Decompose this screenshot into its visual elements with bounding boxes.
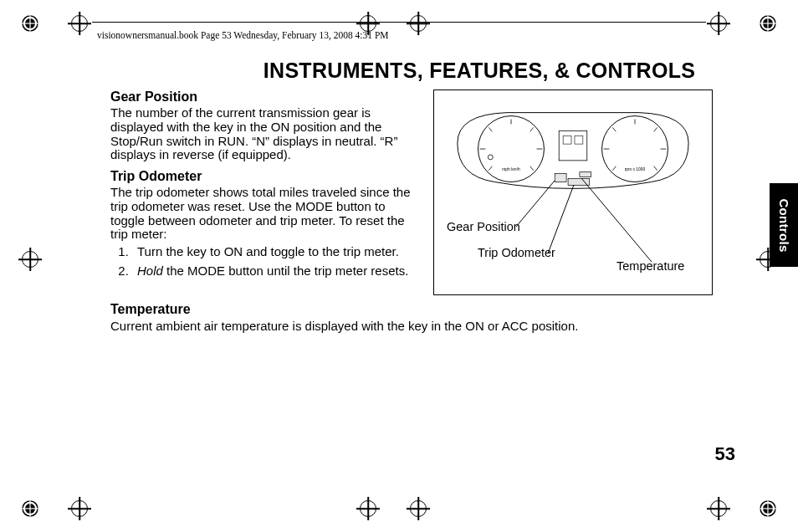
callout-trip-odometer: Trip Odometer: [478, 246, 555, 259]
body-gear-position: The number of the current transmission g…: [110, 106, 420, 162]
svg-line-30: [612, 166, 616, 171]
step-2-emphasis: Hold: [137, 263, 163, 278]
section-tab-label: Controls: [777, 198, 791, 252]
heading-gear-position: Gear Position: [110, 90, 420, 105]
svg-text:rpm x 1000: rpm x 1000: [625, 167, 646, 171]
registration-mark-icon: [710, 15, 727, 32]
page-title: INSTRUMENTS, FEATURES, & CONTROLS: [211, 59, 748, 83]
callout-temperature: Temperature: [616, 259, 684, 273]
heading-temperature: Temperature: [110, 302, 748, 317]
instrument-cluster-figure: mph km/h rpm x 1000: [433, 90, 713, 295]
instrument-cluster-illustration: mph km/h rpm x 1000: [449, 105, 697, 197]
svg-line-28: [612, 127, 616, 131]
step-2: Hold the MODE button until the trip mete…: [132, 264, 420, 279]
registration-mark-icon: [360, 15, 376, 32]
registration-mark-icon: [71, 500, 88, 517]
svg-point-16: [478, 116, 545, 182]
crop-mark-icon: [22, 15, 38, 32]
svg-rect-35: [559, 130, 587, 161]
intro-trip-odometer: The trip odometer shows total miles trav…: [110, 186, 420, 242]
step-2-rest: the MODE button until the trip meter res…: [166, 263, 408, 278]
body-temperature: Current ambient air temperature is displ…: [110, 319, 748, 333]
crop-mark-icon: [760, 15, 776, 32]
svg-line-21: [530, 127, 534, 131]
svg-point-26: [602, 116, 668, 182]
crop-mark-icon: [22, 500, 38, 517]
svg-text:mph   km/h: mph km/h: [502, 167, 520, 171]
svg-line-18: [489, 127, 492, 131]
svg-rect-39: [568, 179, 590, 186]
svg-line-23: [530, 166, 534, 171]
page-number: 53: [715, 443, 735, 465]
heading-trip-odometer: Trip Odometer: [110, 169, 420, 184]
callout-gear-position: Gear Position: [447, 220, 520, 233]
svg-line-20: [489, 166, 492, 171]
registration-mark-icon: [360, 500, 376, 517]
header-rule: [92, 22, 706, 23]
section-tab: Controls: [770, 183, 798, 267]
svg-rect-38: [555, 174, 566, 182]
steps-trip-odometer: Turn the key to ON and toggle to the tri…: [110, 245, 420, 279]
registration-mark-icon: [410, 500, 427, 517]
svg-rect-36: [563, 136, 571, 144]
svg-point-24: [488, 155, 493, 160]
svg-line-31: [654, 127, 657, 131]
svg-line-33: [654, 166, 657, 171]
registration-mark-icon: [410, 15, 427, 32]
svg-rect-37: [575, 136, 583, 144]
step-1: Turn the key to ON and toggle to the tri…: [132, 245, 420, 259]
registration-mark-icon: [22, 251, 38, 268]
running-head: visionownersmanual.book Page 53 Wednesda…: [97, 30, 389, 40]
svg-rect-40: [580, 172, 591, 177]
registration-mark-icon: [71, 15, 88, 32]
registration-mark-icon: [710, 500, 727, 517]
crop-mark-icon: [760, 500, 776, 517]
